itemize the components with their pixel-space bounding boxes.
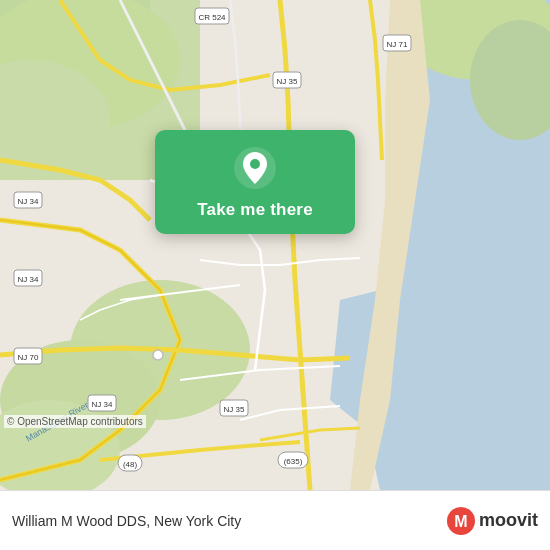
svg-text:(635): (635) bbox=[284, 457, 303, 466]
svg-text:NJ 71: NJ 71 bbox=[387, 40, 408, 49]
svg-text:NJ 70: NJ 70 bbox=[18, 353, 39, 362]
svg-text:NJ 34: NJ 34 bbox=[92, 400, 113, 409]
map-container: CR 524 NJ 71 NJ 35 NJ 34 NJ 35 NJ 34 NJ … bbox=[0, 0, 550, 490]
osm-attribution: © OpenStreetMap contributors bbox=[4, 415, 146, 428]
moovit-logo-icon: M bbox=[447, 507, 475, 535]
svg-text:NJ 35: NJ 35 bbox=[277, 77, 298, 86]
svg-point-33 bbox=[153, 350, 163, 360]
place-name: William M Wood DDS, New York City bbox=[12, 513, 447, 529]
location-pin-icon bbox=[233, 146, 277, 190]
svg-text:CR 524: CR 524 bbox=[198, 13, 226, 22]
svg-text:NJ 34: NJ 34 bbox=[18, 197, 39, 206]
svg-text:NJ 34: NJ 34 bbox=[18, 275, 39, 284]
take-me-label: Take me there bbox=[197, 200, 313, 220]
moovit-text: moovit bbox=[479, 510, 538, 531]
take-me-card[interactable]: Take me there bbox=[155, 130, 355, 234]
moovit-logo: M moovit bbox=[447, 507, 538, 535]
svg-text:NJ 35: NJ 35 bbox=[224, 405, 245, 414]
svg-text:M: M bbox=[454, 513, 467, 530]
bottom-bar: William M Wood DDS, New York City M moov… bbox=[0, 490, 550, 550]
svg-point-35 bbox=[250, 159, 260, 169]
svg-text:(48): (48) bbox=[123, 460, 138, 469]
